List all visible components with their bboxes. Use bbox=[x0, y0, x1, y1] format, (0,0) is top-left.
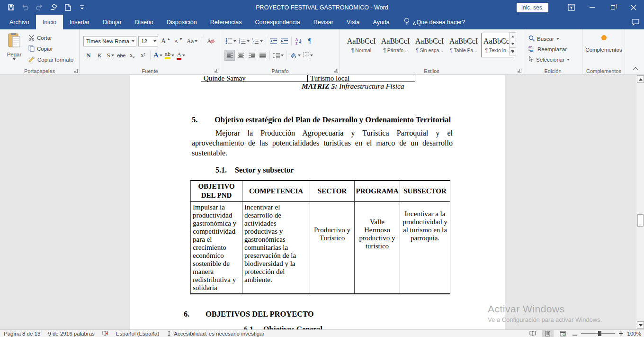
superscript-button[interactable]: x² bbox=[138, 50, 148, 61]
tab-insertar[interactable]: Insertar bbox=[63, 15, 96, 29]
zoom-slider[interactable] bbox=[581, 333, 615, 334]
bold-button[interactable]: N bbox=[83, 50, 94, 61]
word-count[interactable]: 9 de 2916 palabras bbox=[48, 331, 94, 337]
style-sin-espaciado[interactable]: AaBbCcI ¶ Sin espa... bbox=[413, 33, 446, 57]
text-effects-button[interactable]: A bbox=[152, 50, 163, 61]
status-bar: Página 8 de 13 9 de 2916 palabras Españo… bbox=[0, 329, 644, 337]
group-label-edicion: Edición bbox=[524, 68, 582, 74]
addins-button[interactable]: Complementos bbox=[583, 35, 625, 53]
show-marks-button[interactable]: ¶ bbox=[304, 36, 315, 46]
format-painter-button[interactable]: Copiar formato bbox=[28, 55, 73, 64]
multilevel-list-button[interactable]: 1ai bbox=[251, 36, 264, 46]
decrease-indent-button[interactable] bbox=[268, 36, 278, 46]
page-indicator[interactable]: Página 8 de 13 bbox=[4, 331, 40, 337]
parrafo-dialog-launcher[interactable] bbox=[334, 69, 338, 73]
ribbon-display-options-icon[interactable] bbox=[561, 0, 581, 15]
replace-button[interactable]: abac Reemplazar bbox=[528, 44, 582, 54]
minimize-button[interactable] bbox=[581, 0, 602, 15]
tab-correspondencia[interactable]: Correspondencia bbox=[248, 15, 306, 29]
tab-inicio[interactable]: Inicio bbox=[36, 15, 63, 29]
zoom-in-icon[interactable] bbox=[619, 331, 624, 336]
estilos-dialog-launcher[interactable] bbox=[518, 69, 521, 73]
accessibility-status[interactable]: Accesibilidad: es necesario investigar bbox=[167, 331, 264, 337]
numbering-button[interactable]: 123 bbox=[238, 36, 250, 46]
align-left-button[interactable] bbox=[224, 50, 235, 61]
tab-revisar[interactable]: Revisar bbox=[307, 15, 340, 29]
strikethrough-button[interactable]: abc bbox=[116, 50, 126, 61]
increase-indent-button[interactable] bbox=[279, 36, 289, 46]
proofing-status[interactable] bbox=[102, 331, 108, 337]
close-button[interactable] bbox=[623, 0, 644, 15]
style-normal[interactable]: AaBbCcI ¶ Normal bbox=[345, 33, 378, 57]
style-parrafo[interactable]: AaBbCcI ¶ Párrafo... bbox=[379, 33, 412, 57]
read-mode-icon[interactable] bbox=[527, 330, 538, 337]
table-cell: Turismo local bbox=[308, 75, 415, 82]
align-right-button[interactable] bbox=[246, 50, 257, 61]
new-document-icon[interactable] bbox=[62, 1, 74, 14]
find-button[interactable]: Buscar bbox=[528, 34, 582, 44]
highlight-button[interactable]: ab bbox=[164, 50, 175, 61]
zoom-slider-thumb[interactable] bbox=[598, 331, 601, 336]
copy-button[interactable]: Copiar bbox=[28, 44, 53, 54]
paste-button[interactable]: Pegar bbox=[4, 32, 25, 64]
line-spacing-button[interactable] bbox=[272, 50, 285, 61]
sign-in-button[interactable]: Inic. ses. bbox=[517, 3, 548, 12]
qat-customize-icon[interactable] bbox=[76, 1, 88, 14]
heading-5: 5.Objetivo estratégico del Plan de Desar… bbox=[192, 115, 451, 125]
tab-dibujar[interactable]: Dibujar bbox=[96, 15, 128, 29]
language-indicator[interactable]: Español (España) bbox=[116, 331, 159, 337]
table-header: OBJETIVO DEL PND bbox=[191, 181, 242, 201]
select-button[interactable]: Seleccionar bbox=[528, 55, 582, 64]
group-label-portapapeles: Portapapeles bbox=[0, 68, 79, 74]
collapse-ribbon-icon[interactable] bbox=[633, 67, 638, 72]
tab-diseno[interactable]: Diseño bbox=[128, 15, 160, 29]
save-icon[interactable] bbox=[5, 1, 17, 14]
table-cell: Impulsar la productividad gastronómica y… bbox=[191, 201, 242, 294]
grow-font-button[interactable]: A▲ bbox=[160, 36, 171, 46]
justify-button[interactable] bbox=[257, 50, 268, 61]
cut-button[interactable]: Cortar bbox=[28, 33, 52, 43]
tab-disposicion[interactable]: Disposición bbox=[160, 15, 204, 29]
zoom-out-icon[interactable] bbox=[572, 331, 577, 336]
feedback-icon[interactable] bbox=[632, 15, 639, 29]
shading-button[interactable] bbox=[289, 50, 302, 61]
clear-formatting-button[interactable]: A bbox=[206, 36, 216, 46]
tab-archivo[interactable]: Archivo bbox=[3, 15, 36, 29]
shrink-font-button[interactable]: A▼ bbox=[173, 36, 184, 46]
change-case-button[interactable]: Aa bbox=[186, 36, 198, 46]
scrollbar-thumb[interactable] bbox=[637, 214, 644, 227]
group-label-complementos: Complementos bbox=[583, 68, 625, 74]
eraser-icon[interactable] bbox=[47, 1, 60, 14]
align-center-button[interactable] bbox=[235, 50, 246, 61]
font-family-combo[interactable]: Times New Roma bbox=[83, 36, 136, 46]
tab-referencias[interactable]: Referencias bbox=[204, 15, 249, 29]
tab-ayuda[interactable]: Ayuda bbox=[367, 15, 396, 29]
web-layout-icon[interactable] bbox=[557, 330, 569, 337]
sort-button[interactable]: AZ bbox=[294, 36, 304, 46]
print-layout-icon[interactable] bbox=[542, 330, 554, 337]
accessibility-person-icon bbox=[167, 331, 171, 337]
group-complementos: Complementos Complementos bbox=[583, 29, 625, 74]
scroll-down-icon[interactable] bbox=[637, 321, 644, 329]
styles-scroll-up[interactable] bbox=[509, 32, 516, 40]
zoom-level[interactable]: 100% bbox=[627, 331, 641, 337]
underline-button[interactable]: S bbox=[105, 50, 116, 61]
italic-button[interactable]: K bbox=[94, 50, 105, 61]
tab-vista[interactable]: Vista bbox=[340, 15, 367, 29]
styles-gallery-more[interactable] bbox=[509, 47, 516, 55]
document-page[interactable]: Quinde Samay Turismo local MATRIZ 5: Inf… bbox=[130, 75, 505, 329]
bullets-button[interactable] bbox=[224, 36, 237, 46]
styles-scroll-down[interactable] bbox=[509, 40, 516, 48]
subscript-button[interactable]: x₂ bbox=[127, 50, 137, 61]
restore-button[interactable] bbox=[602, 0, 623, 15]
borders-button[interactable] bbox=[302, 50, 314, 61]
font-size-combo[interactable]: 12 bbox=[138, 36, 158, 46]
font-color-button[interactable]: A bbox=[176, 50, 186, 61]
fuente-dialog-launcher[interactable] bbox=[215, 69, 218, 73]
scroll-up-icon[interactable] bbox=[637, 75, 644, 83]
style-table-paragraph[interactable]: AaBbCcI ¶ Table Pa... bbox=[447, 33, 480, 57]
tell-me-box[interactable]: ¿Qué desea hacer? bbox=[396, 15, 465, 29]
portapapeles-dialog-launcher[interactable] bbox=[74, 69, 78, 73]
vertical-scrollbar[interactable] bbox=[636, 75, 644, 329]
table-cell: Incentivar a la productividad y al turis… bbox=[400, 201, 450, 294]
